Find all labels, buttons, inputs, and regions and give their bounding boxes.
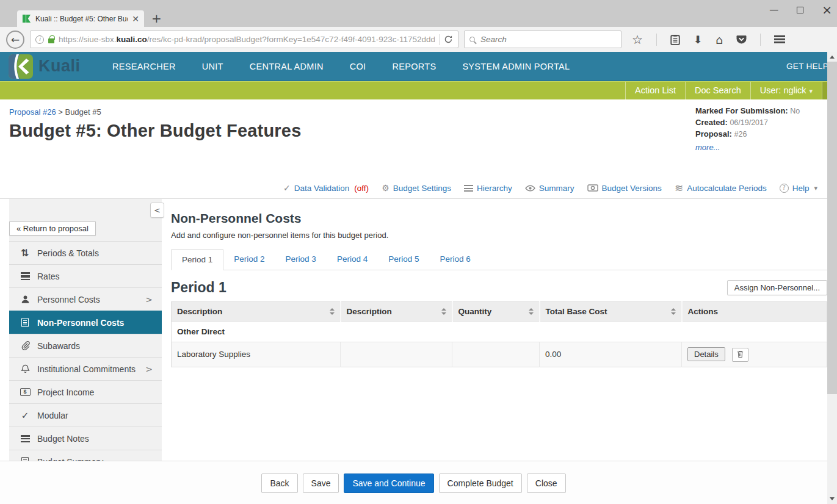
tab-period-6[interactable]: Period 6 bbox=[429, 249, 480, 270]
action-list-link[interactable]: Action List bbox=[625, 82, 685, 99]
breadcrumb-proposal-link[interactable]: Proposal #26 bbox=[9, 107, 56, 117]
sidebar-item-personnel-costs[interactable]: Personnel Costs > bbox=[9, 287, 162, 311]
layers-icon: ≋ bbox=[675, 182, 683, 194]
budget-toolbar: ✓ Data Validation (off) ⚙ Budget Setting… bbox=[0, 183, 837, 199]
bookmark-star-icon[interactable]: ☆ bbox=[632, 32, 643, 47]
table-header-row: Description Description Quantity Total B… bbox=[172, 302, 827, 322]
content-row: < « Return to proposal ⇅ Periods & Total… bbox=[0, 199, 837, 461]
kuali-logo-mark bbox=[9, 54, 33, 79]
group-label: Other Direct bbox=[172, 322, 827, 342]
tab-close-icon[interactable]: ✕ bbox=[132, 14, 139, 24]
url-bar[interactable]: i https://siue-sbx.kuali.co/res/kc-pd-kr… bbox=[30, 31, 458, 48]
nav-central-admin[interactable]: CENTRAL ADMIN bbox=[250, 62, 324, 71]
kuali-favicon bbox=[22, 14, 31, 23]
sidebar-item-budget-notes[interactable]: Budget Notes bbox=[9, 427, 162, 450]
window-minimize-button[interactable]: — bbox=[769, 2, 778, 17]
data-validation-link[interactable]: ✓ Data Validation (off) bbox=[283, 183, 369, 193]
nav-system-admin-portal[interactable]: SYSTEM ADMIN PORTAL bbox=[462, 62, 570, 71]
caret-down-icon: ▾ bbox=[809, 87, 813, 95]
tab-period-4[interactable]: Period 4 bbox=[327, 249, 378, 270]
sidebar-item-periods-totals[interactable]: ⇅ Periods & Totals bbox=[9, 241, 162, 264]
kuali-logo[interactable]: Kuali bbox=[9, 54, 105, 79]
sidebar-item-institutional-commitments[interactable]: Institutional Commitments > bbox=[9, 357, 162, 380]
autocalculate-periods-link[interactable]: ≋ Autocalculate Periods bbox=[675, 182, 767, 194]
get-help-link[interactable]: GET HELP bbox=[786, 62, 828, 71]
sort-amount-icon: ⇅ bbox=[20, 247, 31, 259]
eye-icon bbox=[525, 185, 535, 192]
sort-icon[interactable] bbox=[529, 308, 534, 315]
summary-link[interactable]: Summary bbox=[525, 184, 574, 193]
tab-period-5[interactable]: Period 5 bbox=[378, 249, 429, 270]
pocket-icon[interactable] bbox=[736, 34, 747, 45]
https-lock-icon[interactable] bbox=[48, 38, 54, 43]
col-total-base-cost[interactable]: Total Base Cost bbox=[540, 302, 682, 322]
scroll-up-arrow[interactable] bbox=[830, 56, 835, 59]
browser-tab[interactable]: Kuali :: Budget #5: Other Bud ✕ bbox=[17, 10, 144, 27]
search-input[interactable] bbox=[479, 34, 616, 45]
col-description-2[interactable]: Description bbox=[341, 302, 452, 322]
downloads-icon[interactable]: ⬇ bbox=[694, 34, 702, 46]
save-and-continue-button[interactable]: Save and Continue bbox=[344, 473, 433, 493]
period-tabs: Period 1 Period 2 Period 3 Period 4 Peri… bbox=[171, 249, 827, 270]
nav-researcher[interactable]: RESEARCHER bbox=[112, 62, 176, 71]
save-button[interactable]: Save bbox=[303, 473, 339, 493]
nav-reports[interactable]: REPORTS bbox=[392, 62, 436, 71]
vertical-scrollbar[interactable] bbox=[827, 52, 837, 504]
page-info-icon[interactable]: i bbox=[35, 35, 44, 44]
cell-total-base-cost: 0.00 bbox=[540, 342, 682, 367]
complete-budget-button[interactable]: Complete Budget bbox=[439, 473, 522, 493]
col-description-1[interactable]: Description bbox=[172, 302, 341, 322]
check-icon: ✓ bbox=[20, 410, 31, 421]
details-button[interactable]: Details bbox=[687, 347, 725, 361]
tab-period-1[interactable]: Period 1 bbox=[171, 249, 223, 270]
scroll-down-arrow[interactable] bbox=[830, 497, 835, 500]
sidebar-item-subawards[interactable]: Subawards bbox=[9, 334, 162, 357]
budget-sidebar: < « Return to proposal ⇅ Periods & Total… bbox=[9, 199, 162, 461]
window-maximize-button[interactable] bbox=[797, 7, 803, 13]
sidebar-item-rates[interactable]: Rates bbox=[9, 264, 162, 287]
back-button[interactable]: Back bbox=[261, 473, 297, 493]
more-link[interactable]: more... bbox=[695, 143, 720, 152]
doc-search-link[interactable]: Doc Search bbox=[685, 82, 750, 99]
browser-search[interactable] bbox=[464, 31, 621, 48]
sidebar-item-non-personnel-costs[interactable]: Non-Personnel Costs bbox=[9, 311, 162, 334]
assign-non-personnel-button[interactable]: Assign Non-Personnel... bbox=[727, 280, 827, 295]
scrollbar-thumb[interactable] bbox=[827, 62, 837, 394]
new-tab-button[interactable]: + bbox=[151, 12, 162, 24]
nav-unit[interactable]: UNIT bbox=[202, 62, 223, 71]
help-menu[interactable]: ? Help ▾ bbox=[780, 184, 817, 193]
hierarchy-link[interactable]: Hierarchy bbox=[464, 184, 512, 193]
section-heading: Non-Personnel Costs bbox=[171, 211, 827, 226]
browser-window: Kuali :: Budget #5: Other Bud ✕ + — × ← … bbox=[0, 0, 837, 504]
browser-titlebar: Kuali :: Budget #5: Other Bud ✕ + — × bbox=[0, 0, 837, 27]
col-quantity[interactable]: Quantity bbox=[452, 302, 540, 322]
sort-icon[interactable] bbox=[330, 308, 335, 315]
sidebar-item-budget-summary[interactable]: Budget Summary bbox=[9, 450, 162, 461]
home-icon[interactable]: ⌂ bbox=[716, 33, 723, 46]
tab-period-2[interactable]: Period 2 bbox=[223, 249, 275, 270]
sidebar-item-project-income[interactable]: $ Project Income bbox=[9, 380, 162, 403]
budget-versions-link[interactable]: Budget Versions bbox=[587, 184, 662, 193]
tab-period-3[interactable]: Period 3 bbox=[275, 249, 327, 270]
sidebar-collapse-button[interactable]: < bbox=[150, 203, 164, 218]
reload-icon[interactable] bbox=[444, 35, 453, 44]
paperclip-icon bbox=[21, 341, 30, 350]
user-menu[interactable]: User: nglick▾ bbox=[750, 82, 822, 99]
nav-coi[interactable]: COI bbox=[350, 62, 366, 71]
window-close-button[interactable]: × bbox=[822, 3, 832, 16]
table-row: Laboratory Supplies 0.00 Details bbox=[172, 342, 827, 367]
menu-hamburger-icon[interactable] bbox=[774, 35, 785, 43]
sidebar-item-modular[interactable]: ✓ Modular bbox=[9, 403, 162, 427]
sort-icon[interactable] bbox=[671, 308, 676, 315]
delete-button[interactable] bbox=[732, 348, 748, 362]
close-button[interactable]: Close bbox=[527, 473, 566, 493]
sort-icon[interactable] bbox=[441, 308, 446, 315]
back-navigation-button[interactable]: ← bbox=[6, 31, 24, 49]
app-header: Kuali RESEARCHER UNIT CENTRAL ADMIN COI … bbox=[0, 52, 837, 81]
page-head: Proposal #26 > Budget #5 Budget #5: Othe… bbox=[0, 99, 837, 183]
budget-settings-link[interactable]: ⚙ Budget Settings bbox=[382, 183, 451, 193]
reading-list-icon[interactable] bbox=[670, 34, 680, 45]
return-to-proposal-button[interactable]: « Return to proposal bbox=[9, 221, 96, 236]
primary-nav: RESEARCHER UNIT CENTRAL ADMIN COI REPORT… bbox=[112, 62, 570, 71]
col-actions: Actions bbox=[682, 302, 827, 322]
